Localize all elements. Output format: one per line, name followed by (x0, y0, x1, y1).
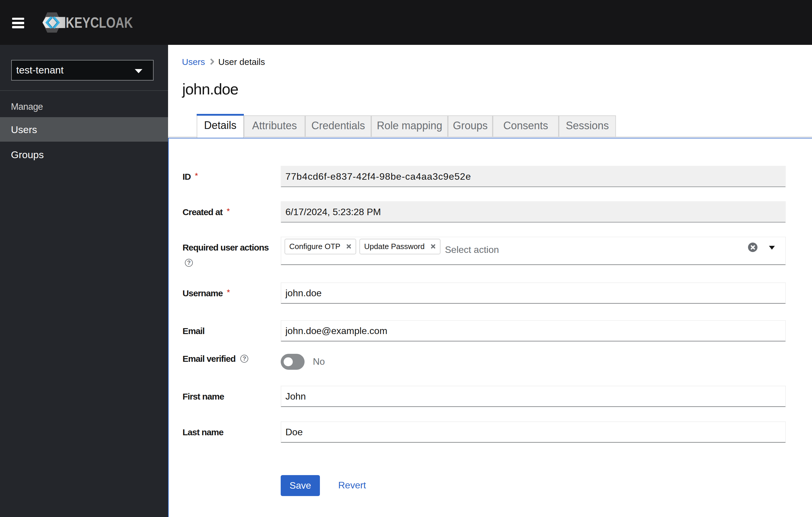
svg-text:KEYCLOAK: KEYCLOAK (66, 14, 133, 31)
